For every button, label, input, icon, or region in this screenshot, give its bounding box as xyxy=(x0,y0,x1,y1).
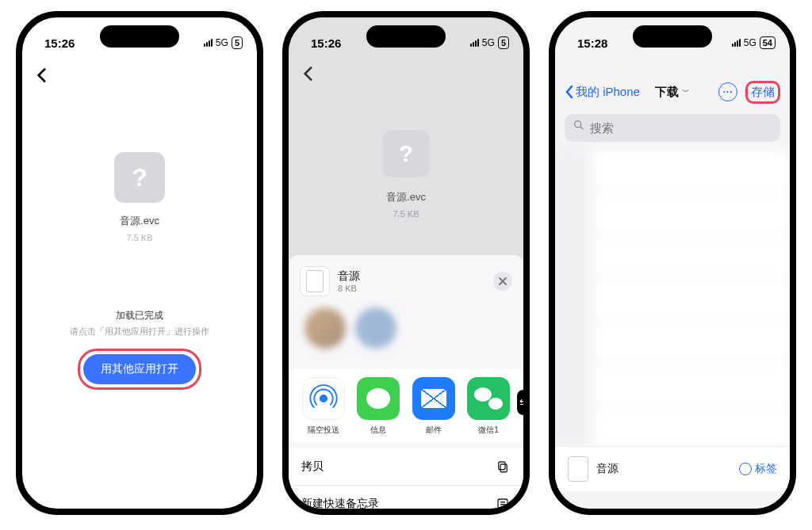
iphone-notch xyxy=(633,25,712,48)
network-type: 5G xyxy=(744,37,756,48)
action-label: 拷贝 xyxy=(301,459,324,474)
mail-icon xyxy=(412,377,455,420)
share-app-label: 微信1 xyxy=(478,425,499,436)
annotation-highlight: 存储 xyxy=(745,81,780,104)
cellular-signal-icon xyxy=(204,39,213,47)
battery-icon: 54 xyxy=(760,36,776,49)
save-file-name: 音源 xyxy=(596,462,619,476)
phone-2-share-sheet: 15:26 5G 5 ? 音源.evc 7.5 KB xyxy=(282,11,530,515)
chevron-down-icon: ﹀ xyxy=(682,86,690,97)
iphone-notch xyxy=(100,25,179,48)
network-type: 5G xyxy=(216,37,228,48)
annotation-highlight: 用其他应用打开 xyxy=(78,349,201,390)
close-button[interactable] xyxy=(493,272,512,291)
back-to-my-iphone-button[interactable]: 我的 iPhone xyxy=(565,85,640,100)
messages-icon xyxy=(357,377,400,420)
file-list-blurred[interactable] xyxy=(555,150,790,467)
share-sheet: 音源 8 KB xyxy=(289,255,523,509)
side-handle-icon[interactable]: ⇆ xyxy=(517,390,530,415)
phone-1-file-preview: 15:26 5G 5 ? 音源.evc 7.5 KB 加载已完成 请点击「用其他… xyxy=(16,11,263,515)
more-menu-button[interactable]: ··· xyxy=(718,82,737,101)
share-app-airdrop[interactable]: 隔空投送 xyxy=(300,377,347,436)
tag-circle-icon xyxy=(739,463,752,475)
back-button[interactable] xyxy=(32,65,52,86)
svg-rect-4 xyxy=(499,462,505,470)
airdrop-contacts-row[interactable] xyxy=(297,307,515,363)
share-app-messages[interactable]: 信息 xyxy=(354,377,402,436)
sheet-file-title: 音源 xyxy=(338,269,360,284)
save-target-bar: 音源 标签 xyxy=(555,446,790,491)
battery-icon: 5 xyxy=(232,36,243,49)
svg-line-9 xyxy=(580,127,583,129)
back-label: 我的 iPhone xyxy=(576,85,640,100)
load-complete-label: 加载已完成 xyxy=(116,309,163,322)
unknown-file-icon: ? xyxy=(114,152,165,203)
unknown-file-icon: ? xyxy=(383,131,430,177)
file-size-label: 7.5 KB xyxy=(393,209,419,219)
file-name-label: 音源.evc xyxy=(120,214,159,228)
action-copy[interactable]: 拷贝 xyxy=(289,448,523,486)
status-time: 15:28 xyxy=(577,36,625,50)
svg-rect-3 xyxy=(500,464,507,472)
battery-icon: 5 xyxy=(498,36,509,49)
save-button[interactable]: 存储 xyxy=(751,85,775,100)
svg-rect-5 xyxy=(498,499,508,509)
share-app-wechat[interactable]: 微信1 xyxy=(465,377,512,436)
cellular-signal-icon xyxy=(470,39,479,47)
folder-title-label: 下载 xyxy=(655,85,679,100)
svg-point-2 xyxy=(320,395,327,402)
file-name-label: 音源.evc xyxy=(386,190,426,204)
sheet-file-size: 8 KB xyxy=(338,284,360,293)
share-app-label: 隔空投送 xyxy=(308,425,339,436)
quick-note-icon xyxy=(495,496,511,512)
document-icon xyxy=(568,456,588,482)
open-with-other-app-button[interactable]: 用其他应用打开 xyxy=(83,354,196,384)
svg-point-8 xyxy=(575,120,581,127)
share-app-label: 信息 xyxy=(370,425,386,436)
folder-title-button[interactable]: 下载 ﹀ xyxy=(655,85,690,100)
file-size-label: 7.5 KB xyxy=(126,233,152,242)
back-button[interactable] xyxy=(298,63,319,84)
action-label: 新建快速备忘录 xyxy=(301,497,379,511)
add-tag-button[interactable]: 标签 xyxy=(739,462,777,476)
tag-label: 标签 xyxy=(755,462,777,476)
wechat-icon xyxy=(467,377,510,420)
airdrop-icon xyxy=(302,377,345,420)
load-hint-label: 请点击「用其他应用打开」进行操作 xyxy=(70,326,209,337)
action-new-quick-note[interactable]: 新建快速备忘录 xyxy=(289,486,523,515)
status-time: 15:26 xyxy=(44,36,92,50)
iphone-notch xyxy=(366,25,446,48)
network-type: 5G xyxy=(482,37,495,48)
sheet-file-thumb-icon xyxy=(300,266,330,296)
phone-3-files-app: 15:28 5G 54 我的 iPhone 下载 ﹀ ··· xyxy=(549,11,796,515)
status-time: 15:26 xyxy=(311,36,358,50)
search-icon xyxy=(573,119,585,135)
files-nav-bar: 我的 iPhone 下载 ﹀ ··· 存储 xyxy=(555,76,790,108)
search-input[interactable] xyxy=(565,114,780,142)
share-apps-row: 隔空投送 信息 邮件 微信1 xyxy=(289,369,523,442)
share-app-mail[interactable]: 邮件 xyxy=(410,377,458,436)
share-app-label: 邮件 xyxy=(426,425,442,436)
copy-icon xyxy=(495,459,511,475)
cellular-signal-icon xyxy=(732,39,741,47)
